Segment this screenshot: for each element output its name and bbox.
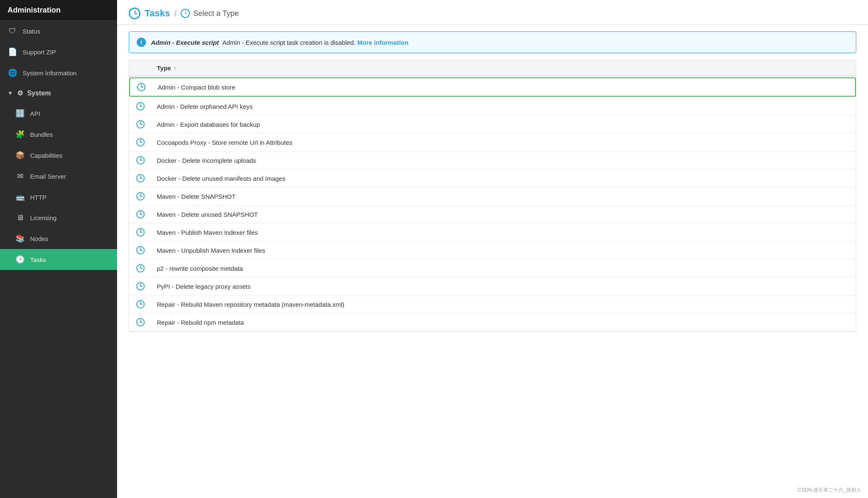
info-banner-text: Admin - Execute script Admin - Execute s…	[151, 39, 408, 46]
sidebar-item-status[interactable]: 🛡 Status	[0, 21, 117, 41]
col-type-header: Type ↑	[157, 64, 849, 72]
task-clock-icon	[137, 82, 158, 92]
table-row[interactable]: PyPI - Delete legacy proxy assets	[129, 277, 856, 295]
sidebar-item-capabilities[interactable]: 📦 Capabilities	[0, 145, 117, 166]
sidebar-item-bundles[interactable]: 🧩 Bundles	[0, 124, 117, 145]
tasks-icon: 🕒	[15, 255, 25, 264]
task-row-label: Admin - Compact blob store	[158, 84, 848, 91]
task-row-label: Repair - Rebuild npm metadata	[157, 319, 849, 326]
info-banner: i Admin - Execute script Admin - Execute…	[129, 31, 856, 53]
sidebar-item-label: System Information	[23, 69, 77, 77]
sidebar-item-licensing[interactable]: 🖥 Licensing	[0, 208, 117, 228]
main-content: Tasks / Select a Type i Admin - Execute …	[117, 0, 868, 498]
sidebar-item-label: Bundles	[30, 131, 53, 138]
task-row-label: Docker - Delete unused manifests and ima…	[157, 175, 849, 182]
sidebar-item-label: Tasks	[30, 256, 46, 263]
task-clock-icon	[136, 174, 157, 183]
task-clock-icon	[136, 192, 157, 201]
task-clock-icon	[136, 156, 157, 165]
table-body: Admin - Compact blob store Admin - Delet…	[129, 77, 856, 331]
task-row-label: Maven - Delete unused SNAPSHOT	[157, 211, 849, 218]
table-row[interactable]: Maven - Delete SNAPSHOT	[129, 187, 856, 205]
table-row[interactable]: p2 - rewrite composite metdata	[129, 259, 856, 277]
more-information-link[interactable]: More information	[357, 39, 408, 46]
select-type-clock-icon	[181, 9, 190, 18]
tasks-table: Type ↑ Admin - Compact blob store Admin …	[129, 60, 856, 332]
table-row[interactable]: Docker - Delete incomplete uploads	[129, 151, 856, 169]
task-row-label: Cocoapods Proxy - Store remote Url in At…	[157, 139, 849, 146]
http-icon: 🚌	[15, 193, 25, 202]
sidebar-item-tasks[interactable]: 🕒 Tasks	[0, 249, 117, 270]
info-icon: i	[137, 38, 146, 47]
task-row-label: Repair - Rebuild Maven repository metada…	[157, 301, 849, 308]
task-clock-icon	[136, 282, 157, 291]
email-server-icon: ✉	[15, 172, 25, 181]
sidebar-item-nodes[interactable]: 📚 Nodes	[0, 228, 117, 249]
sidebar-item-label: Nodes	[30, 235, 48, 242]
sidebar-item-label: Email Server	[30, 173, 66, 180]
table-row[interactable]: Cocoapods Proxy - Store remote Url in At…	[129, 133, 856, 151]
task-row-label: Docker - Delete incomplete uploads	[157, 157, 849, 164]
sidebar-item-label: Licensing	[30, 214, 56, 221]
breadcrumb: Tasks / Select a Type	[117, 0, 868, 25]
system-info-icon: 🌐	[8, 68, 18, 77]
task-clock-icon	[136, 246, 157, 255]
task-row-label: Admin - Export databases for backup	[157, 121, 849, 128]
table-row[interactable]: Maven - Unpublish Maven Indexer files	[129, 241, 856, 259]
support-zip-icon: 📄	[8, 47, 18, 56]
task-row-label: Maven - Delete SNAPSHOT	[157, 193, 849, 200]
breadcrumb-select-type-label: Select a Type	[193, 9, 239, 18]
bundles-icon: 🧩	[15, 130, 25, 139]
sidebar-item-label: Support ZIP	[23, 49, 56, 56]
task-clock-icon	[136, 264, 157, 273]
sidebar-item-email-server[interactable]: ✉ Email Server	[0, 166, 117, 187]
table-row[interactable]: Maven - Publish Maven Indexer files	[129, 223, 856, 241]
task-row-label: PyPI - Delete legacy proxy assets	[157, 283, 849, 290]
sidebar-item-label: HTTP	[30, 194, 46, 201]
tasks-clock-icon	[129, 8, 140, 19]
sort-arrow-icon[interactable]: ↑	[174, 65, 176, 71]
watermark: CSDN @天草二十六_简村人	[798, 487, 861, 494]
breadcrumb-separator: /	[174, 9, 177, 18]
table-row[interactable]: Admin - Export databases for backup	[129, 116, 856, 133]
table-header: Type ↑	[129, 60, 856, 77]
licensing-icon: 🖥	[15, 213, 25, 222]
sidebar-item-label: API	[30, 110, 40, 117]
system-icon: ⚙	[17, 89, 23, 97]
task-clock-icon	[136, 120, 157, 129]
sidebar-item-label: Capabilities	[30, 152, 63, 159]
sidebar-section-label: System	[27, 90, 51, 97]
table-row[interactable]: Docker - Delete unused manifests and ima…	[129, 169, 856, 187]
breadcrumb-select-type: Select a Type	[181, 9, 239, 18]
table-row[interactable]: Maven - Delete unused SNAPSHOT	[129, 205, 856, 223]
sidebar-item-http[interactable]: 🚌 HTTP	[0, 187, 117, 208]
table-row[interactable]: Admin - Compact blob store	[129, 77, 856, 97]
task-clock-icon	[136, 300, 157, 309]
task-row-label: Admin - Delete orphaned API keys	[157, 103, 849, 110]
task-clock-icon	[136, 210, 157, 219]
task-row-label: Maven - Publish Maven Indexer files	[157, 229, 849, 236]
nodes-icon: 📚	[15, 234, 25, 243]
task-clock-icon	[136, 228, 157, 237]
chevron-down-icon: ▼	[8, 90, 13, 96]
sidebar-item-api[interactable]: 🔢 API	[0, 103, 117, 124]
capabilities-icon: 📦	[15, 151, 25, 160]
breadcrumb-tasks[interactable]: Tasks	[145, 8, 170, 19]
task-clock-icon	[136, 318, 157, 327]
sidebar-item-support-zip[interactable]: 📄 Support ZIP	[0, 41, 117, 62]
sidebar-item-system-information[interactable]: 🌐 System Information	[0, 62, 117, 83]
table-row[interactable]: Repair - Rebuild npm metadata	[129, 313, 856, 331]
sidebar-header: Administration	[0, 0, 117, 21]
api-icon: 🔢	[15, 109, 25, 118]
sidebar-item-label: Status	[23, 28, 41, 35]
table-row[interactable]: Repair - Rebuild Maven repository metada…	[129, 295, 856, 313]
task-clock-icon	[136, 138, 157, 147]
task-row-label: p2 - rewrite composite metdata	[157, 265, 849, 272]
task-clock-icon	[136, 102, 157, 111]
task-row-label: Maven - Unpublish Maven Indexer files	[157, 247, 849, 254]
type-column-label: Type	[157, 64, 171, 72]
table-row[interactable]: Admin - Delete orphaned API keys	[129, 98, 856, 116]
sidebar: Administration 🛡 Status 📄 Support ZIP 🌐 …	[0, 0, 117, 498]
status-icon: 🛡	[8, 27, 18, 36]
sidebar-section-system[interactable]: ▼ ⚙ System	[0, 83, 117, 103]
